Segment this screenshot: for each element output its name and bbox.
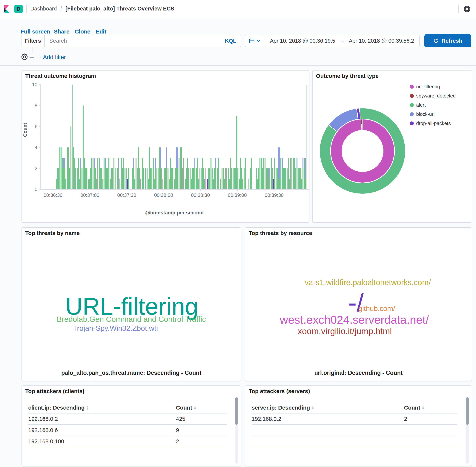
histogram-bar[interactable]	[271, 158, 272, 189]
histogram-bar[interactable]	[177, 147, 178, 189]
histogram-bar[interactable]	[186, 169, 187, 189]
histogram-bar[interactable]	[287, 169, 288, 189]
histogram-bar[interactable]	[137, 169, 138, 189]
histogram-bar[interactable]	[145, 169, 146, 189]
histogram-bar[interactable]	[95, 169, 96, 189]
histogram-bar[interactable]	[111, 169, 112, 189]
histogram-bar[interactable]	[208, 169, 209, 189]
histogram-bar[interactable]	[72, 85, 73, 189]
histogram-bar[interactable]	[122, 169, 123, 189]
histogram-bar[interactable]	[263, 158, 264, 189]
histogram-bar[interactable]	[222, 169, 223, 189]
tag-cloud-word[interactable]: Trojan-Spy.Win32.Zbot.wti	[73, 324, 158, 333]
histogram-bar[interactable]	[89, 179, 90, 189]
histogram-bar[interactable]	[244, 169, 245, 189]
histogram-bar[interactable]	[107, 169, 108, 189]
histogram-bar[interactable]	[234, 169, 235, 189]
histogram-bar[interactable]	[212, 169, 213, 189]
histogram-bar[interactable]	[302, 158, 303, 189]
histogram-bar[interactable]	[86, 169, 87, 189]
histogram-bar[interactable]	[169, 179, 170, 189]
histogram-bar[interactable]	[274, 158, 275, 189]
column-sort-header[interactable]: server.ip: Descending▲▼	[252, 404, 404, 411]
histogram-bar[interactable]	[69, 169, 70, 189]
histogram-bar[interactable]	[113, 158, 114, 189]
histogram-bar[interactable]	[245, 158, 246, 189]
histogram-bar[interactable]	[239, 179, 240, 189]
histogram-bar[interactable]	[297, 158, 298, 189]
tag-cloud-word[interactable]: va-s1.wildfire.paloaltonetworks.com/	[305, 278, 431, 287]
share-link[interactable]: Share	[54, 28, 69, 35]
histogram-bar[interactable]	[272, 169, 273, 189]
histogram-bar[interactable]	[100, 169, 101, 189]
histogram-bar[interactable]	[269, 169, 270, 189]
histogram-bar[interactable]	[218, 158, 219, 189]
histogram-bar[interactable]	[57, 169, 58, 189]
histogram-bar[interactable]	[149, 147, 150, 189]
histogram-bar[interactable]	[306, 85, 307, 189]
histogram-bar[interactable]	[266, 169, 267, 189]
histogram-bar[interactable]	[249, 179, 250, 189]
histogram-bar[interactable]	[99, 158, 100, 189]
histogram-bar[interactable]	[285, 169, 286, 189]
histogram-bar[interactable]	[123, 158, 124, 189]
histogram-bar[interactable]	[91, 158, 92, 189]
histogram-bar[interactable]	[166, 147, 167, 189]
histogram-bar[interactable]	[202, 158, 203, 189]
histogram-bar[interactable]	[196, 169, 197, 189]
histogram-bar[interactable]	[71, 127, 71, 189]
date-range-start[interactable]: Apr 10, 2018 @ 00:36:19.5	[270, 38, 335, 44]
histogram-bar[interactable]	[73, 147, 74, 189]
histogram-bar[interactable]	[238, 169, 238, 189]
histogram-bar[interactable]	[191, 179, 192, 189]
histogram-bar[interactable]	[167, 169, 168, 189]
histogram-bar[interactable]	[119, 179, 120, 189]
histogram-bar[interactable]	[154, 179, 155, 189]
histogram-bar[interactable]	[105, 158, 106, 189]
kql-toggle[interactable]: KQL	[225, 38, 241, 44]
scrollbar-thumb[interactable]	[235, 397, 238, 425]
histogram-bar[interactable]	[260, 158, 261, 189]
histogram-bar[interactable]	[261, 158, 262, 189]
histogram-bar[interactable]	[257, 179, 258, 189]
space-badge[interactable]: D	[14, 5, 23, 13]
histogram-bar[interactable]	[58, 169, 59, 189]
clone-link[interactable]: Clone	[75, 28, 90, 35]
histogram-bar[interactable]	[298, 169, 299, 189]
histogram-bar[interactable]	[213, 179, 214, 189]
histogram-bar[interactable]	[132, 169, 133, 189]
histogram-bar[interactable]	[185, 179, 186, 189]
histogram-bar[interactable]	[283, 169, 284, 189]
histogram-bar[interactable]	[294, 158, 295, 189]
histogram-bar[interactable]	[97, 158, 98, 189]
histogram-bar[interactable]	[178, 158, 179, 189]
histogram-bar[interactable]	[156, 169, 157, 189]
histogram-bar[interactable]	[262, 169, 263, 189]
histogram-bar[interactable]	[267, 169, 268, 189]
histogram-bar[interactable]	[231, 169, 232, 189]
histogram-bar[interactable]	[160, 147, 161, 189]
histogram-bar[interactable]	[159, 147, 160, 189]
histogram-bar[interactable]	[182, 169, 183, 189]
histogram-bar[interactable]	[289, 179, 290, 189]
histogram-bar[interactable]	[236, 116, 237, 189]
histogram-bar[interactable]	[293, 158, 294, 189]
histogram-bar[interactable]	[174, 179, 175, 189]
histogram-bar[interactable]	[148, 179, 149, 189]
tag-cloud-word[interactable]: Bredolab.Gen Command and Control Traffic	[56, 315, 206, 324]
histogram-bar[interactable]	[164, 169, 165, 189]
histogram-bar[interactable]	[229, 179, 230, 189]
histogram-bar[interactable]	[279, 147, 280, 189]
histogram-bar[interactable]	[102, 179, 103, 189]
histogram-bar[interactable]	[278, 147, 279, 189]
date-range-end[interactable]: Apr 10, 2018 @ 00:39:56.2	[349, 38, 414, 44]
tag-cloud-word[interactable]: xoom.virgilio.it/jump.html	[298, 326, 392, 336]
histogram-bar[interactable]	[235, 169, 236, 189]
histogram-bar[interactable]	[187, 158, 188, 189]
column-sort-header[interactable]: Count▲▼	[176, 404, 227, 411]
histogram-bar[interactable]	[56, 179, 57, 189]
histogram-bar[interactable]	[112, 169, 113, 189]
histogram-bar[interactable]	[200, 169, 201, 189]
histogram-bar[interactable]	[84, 158, 85, 189]
histogram-bar[interactable]	[77, 169, 78, 189]
